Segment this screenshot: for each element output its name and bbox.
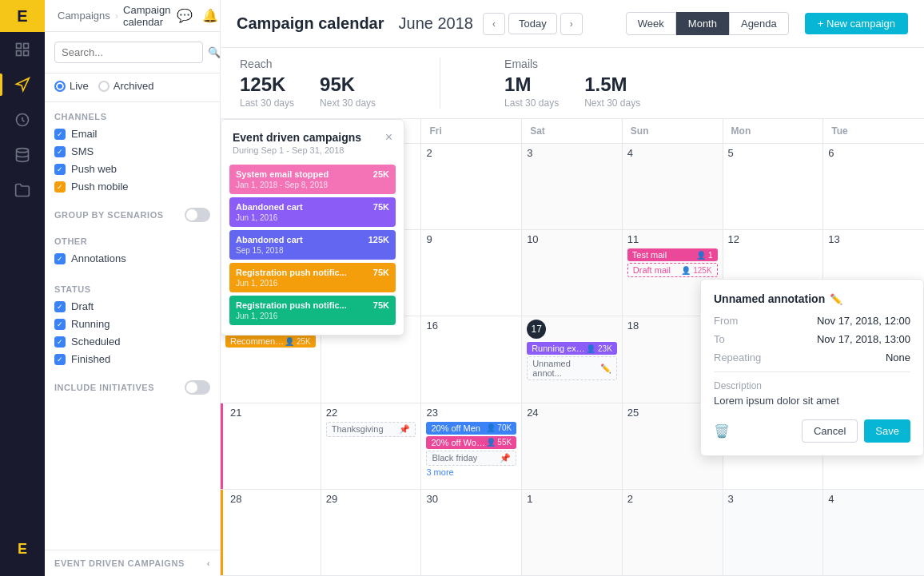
more-events-link[interactable]: 3 more	[426, 467, 516, 477]
annotations-checkbox[interactable]	[54, 253, 66, 264]
annotation-popup-title: Unnamed annotation ✏️	[714, 292, 910, 305]
next-month-button[interactable]: ›	[560, 13, 583, 35]
nav-item-folder[interactable]	[0, 173, 45, 208]
status-running[interactable]: Running	[54, 318, 210, 330]
cal-event-20off-women[interactable]: 20% off Wom... 👤 55K	[426, 436, 516, 449]
event-label: 20% off Wom...	[431, 438, 485, 447]
search-input[interactable]	[54, 42, 203, 63]
status-running-checkbox[interactable]	[54, 319, 66, 330]
svg-rect-2	[17, 51, 22, 56]
annotation-repeating-value: None	[886, 352, 910, 363]
channel-push-web-checkbox[interactable]	[54, 164, 66, 175]
radio-live[interactable]: Live	[54, 80, 89, 92]
reach-last-30-label: Last 30 days	[240, 97, 294, 109]
status-finished[interactable]: Finished	[54, 353, 210, 365]
annotation-delete-icon[interactable]: 🗑️	[714, 423, 730, 439]
status-scheduled[interactable]: Scheduled	[54, 336, 210, 348]
view-buttons: Week Month Agenda	[626, 12, 789, 35]
status-finished-checkbox[interactable]	[54, 354, 66, 365]
edc-campaign-name: System email stopped	[236, 169, 329, 179]
emails-label: Emails	[504, 58, 640, 70]
cal-event-black-friday[interactable]: Black friday 📌	[426, 451, 516, 466]
sidebar-bottom[interactable]: EVENT DRIVEN CAMPAIGNS ‹	[45, 550, 220, 576]
cal-event-unnamed-annot[interactable]: Unnamed annot... ✏️	[527, 356, 617, 380]
cal-cell-num: 3	[527, 147, 617, 159]
cal-cell-3-dec: 3	[723, 490, 824, 576]
sidebar-collapse-icon[interactable]: ‹	[207, 558, 210, 568]
nav-item-campaigns[interactable]	[0, 67, 45, 102]
edc-campaign-4[interactable]: Registration push notific... Jun 1, 2016…	[229, 296, 396, 325]
day-header-sat: Sat	[522, 119, 623, 143]
include-initiatives-toggle[interactable]	[185, 380, 210, 395]
group-by-scenarios-toggle[interactable]	[185, 208, 210, 222]
svg-rect-0	[17, 44, 22, 49]
status-draft[interactable]: Draft	[54, 300, 210, 312]
bell-icon[interactable]: 🔔	[202, 8, 218, 23]
channel-push-web[interactable]: Push web	[54, 163, 210, 175]
annotation-cancel-button[interactable]: Cancel	[802, 419, 858, 443]
status-draft-label: Draft	[71, 300, 94, 312]
cal-event-test-mail[interactable]: Test mail 👤 1	[627, 248, 718, 261]
cal-cell-2-dec: 2	[623, 490, 723, 576]
today-button[interactable]: Today	[508, 13, 557, 34]
status-running-label: Running	[71, 318, 110, 330]
reach-next-30-label: Next 30 days	[320, 97, 376, 109]
status-title: STATUS	[54, 284, 210, 294]
logo[interactable]: E	[0, 0, 45, 32]
annotation-pin-icon: 📌	[500, 453, 511, 463]
annotation-edit-icon[interactable]: ✏️	[830, 293, 842, 305]
edc-campaign-2[interactable]: Abandoned cart Sep 15, 2018 125K	[229, 230, 396, 260]
cal-cell-num: 28	[230, 493, 316, 505]
annotation-desc-text: Lorem ipsum dolor sit amet	[714, 395, 910, 407]
channel-sms[interactable]: SMS	[54, 145, 210, 157]
event-label: Draft mail	[633, 265, 671, 275]
group-by-scenarios-label: GROUP BY SCENARIOS	[54, 210, 164, 220]
radio-live-dot	[54, 81, 66, 92]
event-label: Running exa...	[532, 344, 586, 353]
channel-email-checkbox[interactable]	[54, 129, 66, 140]
cal-cell-23: 23 20% off Men 👤 70K 20% off Wom... 👤 55…	[421, 403, 522, 490]
svg-rect-1	[24, 44, 29, 49]
event-label: Unnamed annot...	[532, 359, 600, 378]
status-draft-checkbox[interactable]	[54, 301, 66, 312]
cal-event-thanksgiving[interactable]: Thanksgiving 📌	[326, 422, 416, 437]
nav-item-analytics[interactable]	[0, 102, 45, 137]
breadcrumb-campaigns[interactable]: Campaigns	[58, 10, 110, 22]
emails-next-30-value: 1.5M	[584, 73, 640, 96]
cal-event-20off-men[interactable]: 20% off Men 👤 70K	[426, 422, 516, 435]
cal-cell-6: 6	[823, 144, 924, 230]
edc-campaign-info: Registration push notific... Jun 1, 2016	[236, 268, 347, 288]
breadcrumb-current: Campaign calendar	[123, 4, 170, 28]
edc-campaign-count: 75K	[373, 268, 389, 277]
new-campaign-button[interactable]: + New campaign	[805, 13, 908, 34]
channel-push-mobile-checkbox[interactable]	[54, 181, 66, 193]
nav-item-database[interactable]	[0, 137, 45, 173]
view-month-button[interactable]: Month	[676, 12, 729, 35]
edc-campaign-3[interactable]: Registration push notific... Jun 1, 2016…	[229, 263, 396, 292]
svg-rect-3	[24, 51, 29, 56]
prev-month-button[interactable]: ‹	[483, 13, 505, 35]
view-agenda-button[interactable]: Agenda	[729, 12, 789, 35]
channel-email[interactable]: Email	[54, 128, 210, 140]
edc-campaign-name: Abandoned cart	[236, 202, 303, 212]
edc-campaign-0[interactable]: System email stopped Jan 1, 2018 - Sep 8…	[229, 165, 396, 194]
view-week-button[interactable]: Week	[626, 12, 676, 35]
cal-cell-num: 30	[426, 493, 516, 505]
channel-sms-label: SMS	[71, 145, 94, 157]
edc-campaign-1[interactable]: Abandoned cart Jun 1, 2016 75K	[229, 197, 396, 227]
channel-sms-checkbox[interactable]	[54, 146, 66, 157]
annotation-save-button[interactable]: Save	[864, 419, 910, 443]
nav-item-dashboard[interactable]	[0, 32, 45, 67]
chat-icon[interactable]: 💬	[177, 8, 193, 23]
annotations-item[interactable]: Annotations	[54, 252, 210, 264]
cal-event-running[interactable]: Running exa... 👤 23K	[527, 342, 617, 355]
edc-campaign-date: Sep 15, 2018	[236, 246, 303, 255]
radio-archived[interactable]: Archived	[98, 80, 154, 92]
cal-event-recommend[interactable]: Recommend... 👤 25K	[225, 335, 316, 348]
cal-event-draft-mail[interactable]: Draft mail 👤 125K	[627, 263, 718, 277]
search-icon[interactable]: 🔍	[208, 46, 221, 58]
status-scheduled-checkbox[interactable]	[54, 336, 66, 348]
edc-panel-header: Event driven campaigns During Sep 1 - Se…	[221, 120, 404, 160]
channel-push-mobile[interactable]: Push mobile	[54, 181, 210, 193]
edc-close-button[interactable]: ×	[385, 131, 392, 144]
